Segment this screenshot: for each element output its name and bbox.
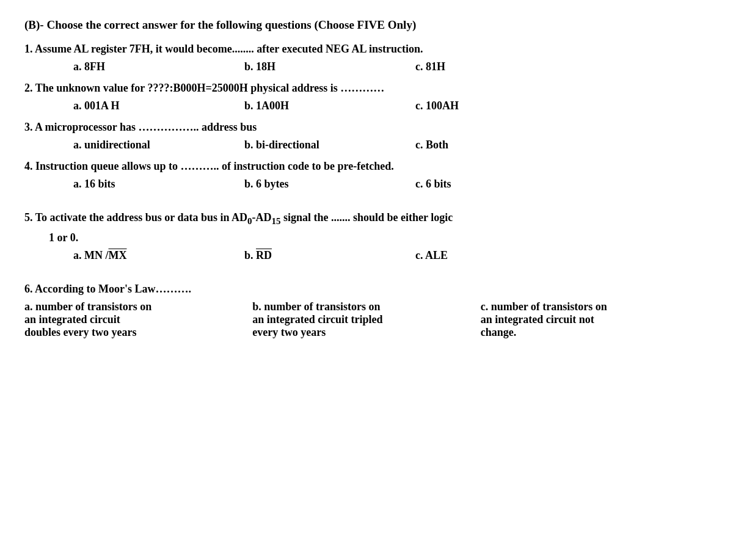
q6-option-b-line1: b. number of transistors on: [252, 300, 480, 313]
q5-option-b-plain: b.: [244, 249, 256, 261]
q2-option-a[interactable]: a. 001A H: [73, 100, 244, 112]
q1-options: a. 8FH b. 18H c. 81H: [73, 60, 709, 73]
q6-body: According to Moor's Law……….: [35, 283, 191, 295]
q6-option-c[interactable]: c. number of transistors on an integrate…: [481, 300, 709, 339]
q3-option-c[interactable]: c. Both: [415, 139, 709, 151]
q4-text: 4. Instruction queue allows up to ……….. …: [24, 160, 709, 173]
q2-body: The unknown value for ????:B000H=25000H …: [35, 82, 385, 94]
q6-text: 6. According to Moor's Law……….: [24, 283, 709, 296]
question-5: 5. To activate the address bus or data b…: [24, 211, 709, 262]
q6-option-b-line2: an integrated circuit tripled: [252, 313, 480, 326]
q2-options: a. 001A H b. 1A00H c. 100AH: [73, 100, 709, 112]
q5-option-c-plain: c. ALE: [415, 249, 448, 261]
question-6: 6. According to Moor's Law………. a. number…: [24, 283, 709, 339]
section-header: (B)- Choose the correct answer for the f…: [24, 18, 709, 32]
q6-number: 6.: [24, 283, 33, 295]
q5-sub15: 15: [271, 216, 280, 226]
q5-text: 5. To activate the address bus or data b…: [24, 211, 709, 227]
q2-option-b[interactable]: b. 1A00H: [244, 100, 415, 112]
q5-options: a. MN /MX b. RD c. ALE: [73, 249, 709, 262]
question-1: 1. Assume AL register 7FH, it would beco…: [24, 43, 709, 73]
q4-option-a[interactable]: a. 16 bits: [73, 178, 244, 191]
q3-option-a[interactable]: a. unidirectional: [73, 139, 244, 151]
q6-option-c-line2: an integrated circuit not: [481, 313, 709, 326]
q5-text-part3: signal the ....... should be either logi…: [280, 211, 453, 224]
q3-option-b[interactable]: b. bi-directional: [244, 139, 415, 151]
q5-option-a-overline: MX: [109, 249, 127, 261]
q3-body: A microprocessor has …………….. address bus: [35, 121, 257, 133]
question-2: 2. The unknown value for ????:B000H=2500…: [24, 82, 709, 112]
q6-option-c-line3: change.: [481, 326, 709, 339]
q1-option-a[interactable]: a. 8FH: [73, 60, 244, 73]
q3-number: 3.: [24, 121, 33, 133]
q6-option-b[interactable]: b. number of transistors on an integrate…: [252, 300, 480, 339]
q5-text-part2: -AD: [252, 211, 271, 224]
q6-option-b-line3: every two years: [252, 326, 480, 339]
q1-text: 1. Assume AL register 7FH, it would beco…: [24, 43, 709, 56]
q6-option-a-line3: doubles every two years: [24, 326, 252, 339]
q1-option-c[interactable]: c. 81H: [415, 60, 709, 73]
question-4: 4. Instruction queue allows up to ……….. …: [24, 160, 709, 191]
q1-body: Assume AL register 7FH, it would become.…: [35, 43, 423, 55]
q5-number: 5.: [24, 211, 33, 224]
q3-options: a. unidirectional b. bi-directional c. B…: [73, 139, 709, 151]
q4-options: a. 16 bits b. 6 bytes c. 6 bits: [73, 178, 709, 191]
question-3: 3. A microprocessor has …………….. address …: [24, 121, 709, 151]
q6-option-a-line2: an integrated circuit: [24, 313, 252, 326]
q6-option-c-line1: c. number of transistors on: [481, 300, 709, 313]
q2-number: 2.: [24, 82, 33, 94]
q5-option-b[interactable]: b. RD: [244, 249, 415, 262]
q3-text: 3. A microprocessor has …………….. address …: [24, 121, 709, 134]
q4-option-c[interactable]: c. 6 bits: [415, 178, 709, 191]
q6-option-a[interactable]: a. number of transistors on an integrate…: [24, 300, 252, 339]
q1-number: 1.: [24, 43, 33, 55]
q5-text-part1: To activate the address bus or data bus …: [35, 211, 247, 224]
q6-option-a-line1: a. number of transistors on: [24, 300, 252, 313]
q5-option-c[interactable]: c. ALE: [415, 249, 709, 262]
q2-option-c[interactable]: c. 100AH: [415, 100, 709, 112]
q5-text-part4: 1 or 0.: [49, 231, 78, 244]
q4-option-b[interactable]: b. 6 bytes: [244, 178, 415, 191]
q4-body: Instruction queue allows up to ……….. of …: [35, 160, 394, 172]
q2-text: 2. The unknown value for ????:B000H=2500…: [24, 82, 709, 95]
q5-option-b-overline: RD: [256, 249, 272, 261]
q4-number: 4.: [24, 160, 33, 172]
q1-option-b[interactable]: b. 18H: [244, 60, 415, 73]
q6-options: a. number of transistors on an integrate…: [24, 300, 709, 339]
q5-option-a[interactable]: a. MN /MX: [73, 249, 244, 262]
q5-option-a-plain: a. MN /: [73, 249, 109, 261]
q5-continuation: 1 or 0.: [49, 231, 709, 244]
